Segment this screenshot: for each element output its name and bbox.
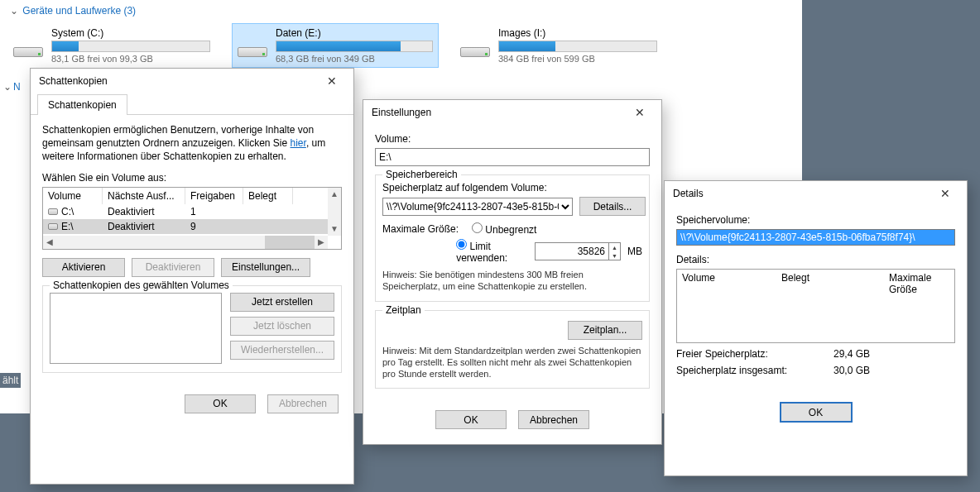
scroll-down-icon[interactable]: ▼ bbox=[328, 222, 341, 236]
drive-icon bbox=[460, 31, 490, 60]
drive-images-i[interactable]: Images (I:) 384 GB frei von 599 GB bbox=[455, 23, 662, 68]
col-volume[interactable]: Volume bbox=[677, 270, 776, 298]
details-dialog: Details ✕ Speichervolume: \\?\Volume{9fc… bbox=[664, 180, 968, 476]
drive-usage-bar bbox=[51, 41, 210, 52]
volume-field[interactable] bbox=[375, 148, 650, 166]
intro-text: Schattenkopien ermöglichen Benutzern, vo… bbox=[42, 123, 342, 164]
settings-button[interactable]: Einstellungen... bbox=[221, 258, 310, 277]
titlebar[interactable]: Schattenkopien ✕ bbox=[31, 69, 353, 93]
section-header-partial: ⌄ N bbox=[0, 78, 17, 96]
deactivate-button[interactable]: Deaktivieren bbox=[132, 258, 214, 277]
details-button[interactable]: Details... bbox=[579, 197, 646, 216]
chevron-down-icon: ⌄ bbox=[10, 5, 18, 17]
drive-daten-e[interactable]: Daten (E:) 68,3 GB frei von 349 GB bbox=[232, 23, 439, 68]
drive-title: Daten (E:) bbox=[276, 27, 433, 39]
devices-section-header[interactable]: ⌄ Geräte und Laufwerke (3) bbox=[8, 2, 802, 23]
scroll-right-icon[interactable]: ▶ bbox=[315, 236, 328, 249]
settings-dialog: Einstellungen ✕ Volume: Speicherbereich … bbox=[363, 99, 662, 445]
drive-title: Images (I:) bbox=[498, 27, 657, 39]
volume-list[interactable]: Volume Nächste Ausf... Freigaben Belegt … bbox=[42, 187, 342, 250]
free-space-value: 29,4 GB bbox=[833, 348, 870, 360]
limit-value-input[interactable] bbox=[535, 242, 609, 260]
schedule-legend: Zeitplan bbox=[382, 304, 425, 316]
spin-down-icon[interactable]: ▼ bbox=[609, 251, 620, 260]
tabstrip: Schattenkopien bbox=[31, 93, 353, 115]
dialog-title: Details bbox=[673, 188, 704, 199]
total-space-value: 30,0 GB bbox=[833, 365, 870, 376]
close-icon[interactable]: ✕ bbox=[315, 71, 348, 91]
cancel-button[interactable]: Abbrechen bbox=[267, 394, 339, 413]
col-used[interactable]: Belegt bbox=[243, 188, 293, 204]
section-title: Geräte und Laufwerke (3) bbox=[22, 5, 136, 17]
tab-schattenkopien[interactable]: Schattenkopien bbox=[37, 94, 127, 115]
disk-icon bbox=[48, 223, 58, 230]
drive-subtitle: 83,1 GB frei von 99,3 GB bbox=[51, 54, 210, 64]
store-on-label: Speicherplatz auf folgendem Volume: bbox=[382, 182, 642, 193]
restore-button[interactable]: Wiederherstellen... bbox=[230, 341, 334, 360]
drive-icon bbox=[238, 31, 267, 60]
shadow-copies-dialog: Schattenkopien ✕ Schattenkopien Schatten… bbox=[30, 68, 354, 485]
drive-system-c[interactable]: System (C:) 83,1 GB frei von 99,3 GB bbox=[8, 23, 215, 68]
storage-volume-label: Speichervolume: bbox=[676, 214, 955, 226]
vertical-scrollbar[interactable]: ▲▼ bbox=[328, 188, 341, 236]
drive-subtitle: 384 GB frei von 599 GB bbox=[498, 54, 657, 64]
schedule-hint: Hinweis: Mit dem Standardzeitplan werden… bbox=[382, 345, 642, 380]
details-header[interactable]: Volume Belegt Maximale Größe bbox=[677, 270, 954, 298]
col-maxsize[interactable]: Maximale Größe bbox=[884, 270, 954, 298]
radio-limit[interactable]: Limit verwenden: bbox=[456, 239, 528, 264]
cancel-button[interactable]: Abbrechen bbox=[518, 410, 589, 429]
titlebar[interactable]: Details ✕ bbox=[665, 181, 967, 206]
chevron-down-icon: ⌄ bbox=[3, 81, 12, 93]
dialog-title: Schattenkopien bbox=[39, 75, 108, 87]
ok-button[interactable]: OK bbox=[185, 394, 256, 413]
snapshots-group: Schattenkopien des gewählten Volumes Jet… bbox=[42, 285, 342, 373]
details-list-label: Details: bbox=[676, 254, 955, 265]
help-link[interactable]: hier bbox=[291, 137, 306, 149]
ok-button[interactable]: OK bbox=[435, 410, 507, 429]
horizontal-scrollbar[interactable]: ◀▶ bbox=[43, 236, 328, 249]
close-icon[interactable]: ✕ bbox=[623, 103, 656, 122]
col-volume[interactable]: Volume bbox=[43, 188, 103, 204]
maxsize-label: Maximale Größe: bbox=[382, 223, 465, 235]
schedule-group: Zeitplan Zeitplan... Hinweis: Mit dem St… bbox=[375, 310, 650, 389]
volume-label: Volume: bbox=[375, 133, 650, 145]
col-shares[interactable]: Freigaben bbox=[185, 188, 243, 204]
scroll-up-icon[interactable]: ▲ bbox=[328, 188, 341, 201]
delete-now-button[interactable]: Jetzt löschen bbox=[230, 317, 334, 336]
drive-title: System (C:) bbox=[51, 27, 210, 39]
scroll-left-icon[interactable]: ◀ bbox=[43, 236, 56, 249]
storage-hint: Hinweis: Sie benötigen mindestens 300 MB… bbox=[382, 269, 642, 293]
status-partial: ählt bbox=[0, 373, 21, 388]
col-next[interactable]: Nächste Ausf... bbox=[103, 188, 185, 204]
drive-icon bbox=[13, 31, 43, 60]
pick-volume-label: Wählen Sie ein Volume aus: bbox=[42, 172, 342, 184]
list-row[interactable]: C:\ Deaktiviert 1 bbox=[43, 204, 341, 219]
dialog-title: Einstellungen bbox=[372, 107, 431, 118]
snapshot-list[interactable] bbox=[50, 293, 222, 364]
list-row[interactable]: E:\ Deaktiviert 9 bbox=[43, 219, 341, 234]
drive-subtitle: 68,3 GB frei von 349 GB bbox=[276, 54, 433, 64]
titlebar[interactable]: Einstellungen ✕ bbox=[363, 100, 661, 125]
drives-list: System (C:) 83,1 GB frei von 99,3 GB Dat… bbox=[8, 23, 802, 68]
store-volume-select[interactable]: \\?\Volume{9fc24113-2807-43e5-815b-06fba… bbox=[382, 198, 573, 216]
total-space-label: Speicherplatz insgesamt: bbox=[676, 365, 833, 376]
list-header[interactable]: Volume Nächste Ausf... Freigaben Belegt bbox=[43, 188, 341, 204]
free-space-label: Freier Speicherplatz: bbox=[676, 348, 833, 360]
create-now-button[interactable]: Jetzt erstellen bbox=[230, 293, 334, 312]
disk-icon bbox=[48, 208, 58, 215]
radio-unlimited[interactable]: Unbegrenzt bbox=[472, 222, 536, 236]
spin-buttons[interactable]: ▲▼ bbox=[609, 242, 621, 260]
storage-legend: Speicherbereich bbox=[382, 169, 461, 180]
drive-usage-bar bbox=[498, 41, 657, 52]
schedule-button[interactable]: Zeitplan... bbox=[568, 321, 642, 340]
close-icon[interactable]: ✕ bbox=[929, 184, 962, 203]
drive-usage-bar bbox=[276, 41, 433, 52]
snapshots-legend: Schattenkopien des gewählten Volumes bbox=[50, 279, 233, 291]
limit-unit: MB bbox=[627, 246, 642, 257]
ok-button[interactable]: OK bbox=[781, 403, 852, 422]
details-list[interactable]: Volume Belegt Maximale Größe bbox=[676, 269, 955, 343]
activate-button[interactable]: Aktivieren bbox=[42, 258, 125, 277]
spin-up-icon[interactable]: ▲ bbox=[609, 243, 620, 251]
col-used[interactable]: Belegt bbox=[776, 270, 884, 298]
storage-volume-field[interactable]: \\?\Volume{9fc24113-2807-43e5-815b-06fba… bbox=[676, 229, 955, 246]
